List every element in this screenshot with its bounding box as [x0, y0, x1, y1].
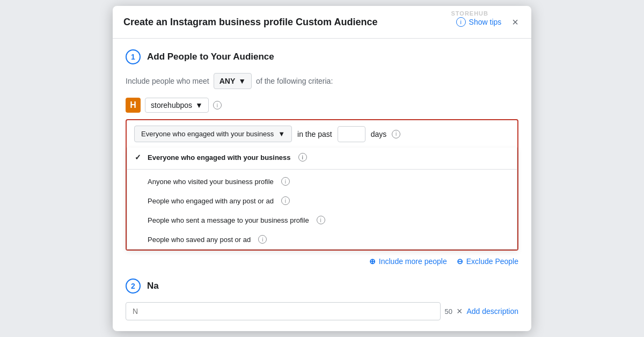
actions-row: ⊕ Include more people ⊖ Exclude People [126, 257, 518, 266]
account-chevron-icon: ▼ [195, 101, 203, 109]
step2-circle: 2 [126, 279, 141, 294]
any-label: ANY [219, 77, 236, 85]
account-name: storehubpos [151, 101, 192, 109]
account-info-icon[interactable]: i [213, 101, 222, 109]
exclude-people-label: Exclude People [466, 257, 518, 266]
exclude-people-button[interactable]: ⊖ Exclude People [456, 257, 518, 266]
section2: 2 Na 50 × Add description [126, 279, 518, 320]
in-the-past-label: in the past [297, 130, 332, 138]
modal-title: Create an Instagram business profile Cus… [123, 17, 377, 28]
any-chevron-icon: ▼ [238, 77, 246, 85]
step1-circle: 1 [126, 49, 141, 64]
engagement-chevron-icon: ▼ [278, 130, 285, 138]
add-description-button[interactable]: Add description [466, 307, 518, 316]
dropdown-item-visited-label: Anyone who visited your business profile [148, 178, 274, 186]
watermark: STOREHUB [451, 10, 488, 17]
include-more-button[interactable]: ⊕ Include more people [368, 257, 447, 266]
dropdown-item-message[interactable]: ✓ People who sent a message to your busi… [127, 210, 517, 230]
dropdown-item-visited-info[interactable]: i [281, 177, 290, 186]
modal-body: 1 Add People to Your Audience Include pe… [113, 39, 531, 331]
criteria-row: Include people who meet ANY ▼ of the fol… [126, 73, 518, 89]
days-input[interactable]: 30 [338, 126, 365, 142]
engagement-top-row: Everyone who engaged with your business … [127, 120, 517, 148]
account-row: H storehubpos ▼ i [126, 98, 518, 113]
dropdown-divider [127, 169, 517, 170]
dropdown-item-saved-label: People who saved any post or ad [148, 236, 251, 244]
section1-header: 1 Add People to Your Audience [126, 49, 518, 64]
dropdown-item-everyone[interactable]: ✓ Everyone who engaged with your busines… [127, 148, 517, 167]
dropdown-item-saved[interactable]: ✓ People who saved any post or ad i [127, 230, 517, 249]
dropdown-item-everyone-info[interactable]: i [298, 153, 307, 162]
days-label: days [371, 130, 387, 138]
include-plus-icon: ⊕ [368, 257, 377, 266]
dropdown-item-engaged-post-info[interactable]: i [281, 196, 290, 205]
engagement-container: Everyone who engaged with your business … [126, 119, 518, 251]
modal: Create an Instagram business profile Cus… [113, 6, 531, 331]
days-info-icon[interactable]: i [392, 130, 400, 138]
dropdown-item-saved-info[interactable]: i [258, 235, 267, 244]
account-dropdown[interactable]: storehubpos ▼ [145, 98, 209, 113]
section2-header: 2 Na [126, 279, 518, 294]
show-tips-button[interactable]: i Show tips [456, 17, 502, 27]
exclude-minus-icon: ⊖ [456, 257, 464, 266]
any-dropdown[interactable]: ANY ▼ [214, 73, 252, 89]
dropdown-item-visited[interactable]: ✓ Anyone who visited your business profi… [127, 172, 517, 191]
engagement-dropdown-label: Everyone who engaged with your business [141, 130, 274, 138]
close-button[interactable]: × [510, 14, 521, 30]
char-count: 50 [445, 307, 452, 316]
include-more-label: Include more people [379, 257, 447, 266]
engagement-dropdown-menu: ✓ Everyone who engaged with your busines… [127, 148, 517, 250]
dropdown-item-everyone-label: Everyone who engaged with your business [148, 153, 291, 162]
section1-title: Add People to Your Audience [147, 52, 274, 62]
criteria-prefix: Include people who meet [126, 77, 209, 85]
dropdown-item-engaged-post[interactable]: ✓ People who engaged with any post or ad… [127, 191, 517, 210]
criteria-suffix: of the following criteria: [256, 77, 333, 85]
dropdown-item-engaged-post-label: People who engaged with any post or ad [148, 197, 274, 205]
section2-title: Na [147, 281, 159, 291]
account-icon: H [126, 98, 141, 113]
show-tips-icon: i [456, 17, 466, 27]
clear-button[interactable]: × [457, 306, 463, 317]
name-input[interactable] [126, 302, 441, 320]
engagement-type-dropdown[interactable]: Everyone who engaged with your business … [134, 126, 292, 142]
dropdown-item-message-info[interactable]: i [317, 216, 325, 224]
checkmark-icon: ✓ [135, 153, 143, 162]
dropdown-item-message-label: People who sent a message to your busine… [148, 216, 309, 224]
show-tips-label: Show tips [469, 18, 502, 26]
modal-header: Create an Instagram business profile Cus… [113, 6, 531, 39]
name-input-row: 50 × Add description [126, 302, 518, 320]
